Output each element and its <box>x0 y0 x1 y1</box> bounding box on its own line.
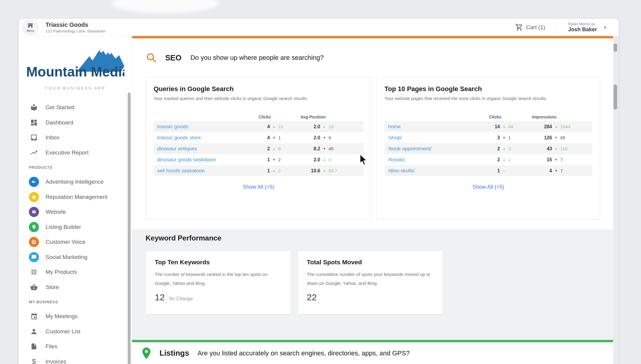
pages-table: home 14 64 284 <box>384 121 592 176</box>
page-link[interactable]: /shop/ <box>388 135 402 141</box>
position-change: 6 <box>329 135 364 140</box>
star-icon <box>29 192 39 202</box>
desktop-background: Menu Triassic Goods 123 Paleontology Lan… <box>0 0 641 364</box>
query-link[interactable]: dinosaur antiques <box>157 146 197 152</box>
clicks-change: 3 <box>508 146 528 151</box>
user-name: Josh Baker <box>568 26 597 33</box>
query-row: triassic goods store 4 1 2.0 <box>154 132 364 143</box>
topbar-divider <box>556 22 557 33</box>
apps-grid-icon <box>29 267 39 277</box>
clicks-value: 3 <box>482 135 500 140</box>
page-row: home 14 64 284 <box>384 121 592 132</box>
top-pages-card-subtitle: Your website pages that received the mos… <box>384 96 592 101</box>
page-link[interactable]: /book-appointment/ <box>388 146 431 152</box>
seo-section: SEO Do you show up where people are sear… <box>132 38 613 229</box>
position-value: 10.6 <box>298 168 320 174</box>
position-change: 8 <box>329 157 364 162</box>
top-pages-card-title: Top 10 Pages in Google Search <box>384 85 592 93</box>
page-link[interactable]: /dino-skulls/ <box>388 168 415 174</box>
sidebar-item-store[interactable]: Store <box>19 280 132 295</box>
trend-arrow-icon <box>500 125 508 128</box>
trending-up-icon <box>29 148 39 158</box>
sidebar-item-customer-list[interactable]: Customer List <box>19 324 132 339</box>
main-content: SEO Do you show up where people are sear… <box>132 36 613 364</box>
query-row: dinosaur goods saskatoon 1 2 2.0 <box>154 154 364 165</box>
location-pin-icon <box>141 347 152 360</box>
trend-arrow-icon <box>552 125 560 128</box>
sidebar-scrollbar-thumb[interactable] <box>128 93 131 364</box>
queries-table: triassic goods 4 15 2.0 <box>154 121 364 176</box>
sidebar-item-listing-builder[interactable]: Listing Builder <box>19 220 132 235</box>
inbox-icon <box>29 132 39 143</box>
impressions-change: 110 <box>560 146 592 151</box>
sidebar-item-customer-voice[interactable]: Customer Voice <box>19 235 132 250</box>
total-spots-moved-value: 22 <box>307 292 317 302</box>
sidebar-item-advertising-intelligence[interactable]: Advertising Intelligence <box>19 174 132 190</box>
app-window: Menu Triassic Goods 123 Paleontology Lan… <box>19 19 619 364</box>
map-pin-icon <box>29 222 39 232</box>
sidebar-item-dashboard[interactable]: Dashboard <box>19 115 132 130</box>
file-icon <box>29 341 39 351</box>
page-row: /book-appointment/ 2 3 43 <box>384 143 592 154</box>
window-scrollbar-fragment[interactable] <box>614 43 617 52</box>
sidebar-item-website[interactable]: Website <box>19 204 132 220</box>
trend-arrow-icon <box>320 158 329 161</box>
show-all-queries-link[interactable]: Show All (+5) <box>154 184 364 190</box>
trend-arrow-icon <box>500 168 508 173</box>
total-spots-moved-title: Total Spots Moved <box>307 259 434 266</box>
trend-arrow-icon <box>552 169 560 172</box>
seo-title: SEO <box>165 53 182 63</box>
sidebar-item-invoices[interactable]: $ Invoices <box>19 354 132 364</box>
sidebar-item-inbox[interactable]: Inbox <box>19 130 132 145</box>
trend-arrow-icon <box>500 147 508 150</box>
page-link[interactable]: home <box>388 124 401 130</box>
show-all-pages-link[interactable]: Show All (+5) <box>384 184 592 190</box>
storefront-icon <box>27 22 34 29</box>
sidebar-item-reputation-management[interactable]: Reputation Management <box>19 190 132 205</box>
sidebar-section-my-business: MY BUSINESS <box>19 295 132 309</box>
trend-arrow-icon <box>320 169 329 172</box>
sidebar-item-files[interactable]: Files <box>19 339 132 354</box>
sidebar-item-my-products[interactable]: My Products <box>19 265 132 280</box>
trend-arrow-icon <box>320 136 329 139</box>
business-address: 123 Paleontology Lane, Saskatoon <box>46 29 106 33</box>
book-reader-icon <box>29 102 39 113</box>
query-link[interactable]: dinosaur goods saskatoon <box>157 157 216 163</box>
business-info: Triassic Goods 123 Paleontology Lane, Sa… <box>46 21 106 33</box>
sidebar-nav: Get Started Dashboard Inbox <box>19 100 132 364</box>
sidebar-item-my-meetings[interactable]: My Meetings <box>19 309 132 324</box>
cart-button[interactable]: Cart (1) <box>515 23 545 31</box>
clicks-value: 2 <box>482 157 500 163</box>
keyword-performance-section: Keyword Performance Top Ten Keywords The… <box>132 229 613 340</box>
page-link[interactable]: /fossils/ <box>388 157 405 163</box>
query-link[interactable]: triassic goods store <box>157 135 201 141</box>
sidebar-item-executive-report[interactable]: Executive Report <box>19 145 132 160</box>
window-scrollbar-thumb[interactable] <box>614 85 617 110</box>
impressions-value: 126 <box>528 135 552 140</box>
sidebar-item-get-started[interactable]: Get Started <box>19 100 132 115</box>
impressions-value: 43 <box>528 146 552 151</box>
page-row: /shop/ 3 1 126 <box>384 132 592 143</box>
query-link[interactable]: sell fossils saskatoon <box>157 168 205 174</box>
background-artifact <box>112 0 219 13</box>
total-spots-moved-card: Total Spots Moved The cumulative number … <box>298 251 443 314</box>
user-menu[interactable]: Rylan Morris as Josh Baker ▼ <box>568 22 607 33</box>
menu-button-label: Menu <box>26 29 34 32</box>
sidebar-item-social-marketing[interactable]: Social Marketing <box>19 250 132 265</box>
query-link[interactable]: triassic goods <box>157 124 188 130</box>
clicks-change: 64 <box>508 124 528 129</box>
chat-bubble-icon <box>29 252 39 262</box>
menu-button[interactable]: Menu <box>22 19 39 35</box>
brand-tagline: YOUR BUSINESS APP <box>19 86 132 90</box>
clicks-change: 1 <box>508 135 528 140</box>
impressions-value: 15 <box>528 157 552 163</box>
chevron-down-icon: ▼ <box>604 26 607 29</box>
basket-icon <box>29 282 39 292</box>
query-row: triassic goods 4 15 2.0 <box>154 121 364 132</box>
queries-card: Queries in Google Search Your tracked qu… <box>146 77 372 220</box>
trend-arrow-icon <box>270 136 278 139</box>
queries-table-header: Clicks Avg Position <box>154 113 364 121</box>
clicks-value: 4 <box>251 124 270 129</box>
brand-logo: Mountain Media YOUR BUSINESS APP <box>19 36 132 90</box>
total-spots-moved-description: The cumulative number of spots your keyw… <box>307 270 432 288</box>
